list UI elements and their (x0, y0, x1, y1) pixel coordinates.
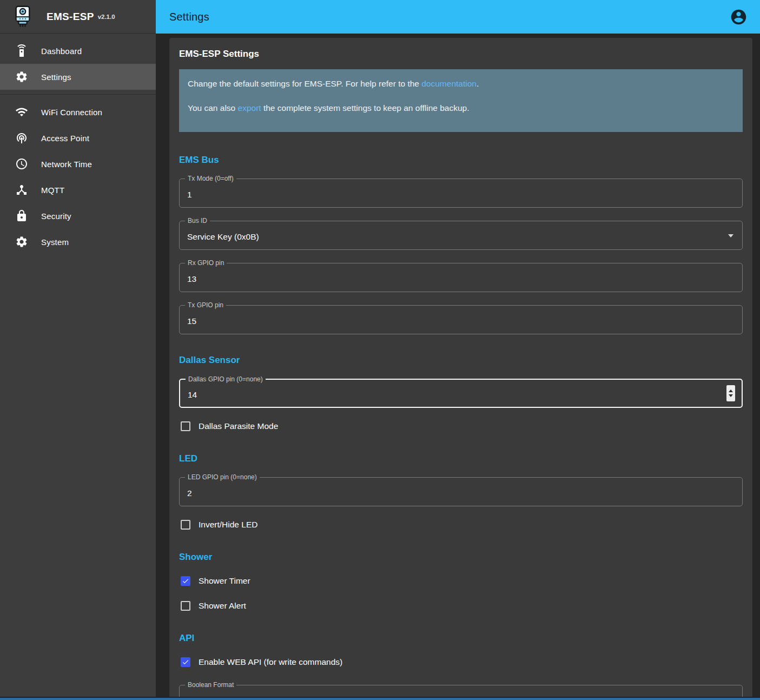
checkbox-label: Enable WEB API (for write commands) (199, 657, 342, 667)
sidebar-item-label: MQTT (41, 186, 64, 195)
sidebar-item-label: Dashboard (41, 47, 82, 56)
page-title: Settings (169, 11, 209, 23)
settings-card: EMS-ESP Settings Change the default sett… (169, 38, 752, 700)
sidebar-item-label: Security (41, 212, 71, 221)
sidebar-item-label: Settings (41, 72, 71, 82)
export-link[interactable]: export (238, 103, 261, 113)
led-gpio-input[interactable]: LED GPIO pin (0=none) 2 (179, 477, 743, 506)
sidebar-item-settings[interactable]: Settings (0, 64, 156, 90)
field-label: Tx Mode (0=off) (185, 175, 236, 183)
checkbox-icon (181, 601, 190, 611)
tx-mode-input[interactable]: Tx Mode (0=off) 1 (179, 179, 743, 208)
brand-version: v2.1.0 (98, 14, 115, 20)
section-title-dallas-sensor: Dallas Sensor (179, 355, 743, 366)
checkbox-icon (181, 520, 190, 530)
dropdown-arrow-icon (728, 234, 733, 237)
lock-icon (15, 209, 28, 222)
invert-led-checkbox-row[interactable]: Invert/Hide LED (179, 518, 743, 531)
checkbox-label: Shower Timer (199, 576, 250, 586)
wifi-icon (15, 105, 28, 118)
info-line-1: Change the default settings for EMS-ESP.… (188, 78, 734, 90)
sidebar-divider (0, 94, 156, 95)
sidebar-item-system[interactable]: System (0, 229, 156, 255)
checkbox-label: Invert/Hide LED (199, 520, 257, 530)
sidebar-item-mqtt[interactable]: MQTT (0, 177, 156, 203)
brand-header: EMS-ESP v2.1.0 (0, 0, 156, 34)
sidebar-item-label: System (41, 237, 69, 247)
checkbox-icon (181, 657, 190, 667)
tx-gpio-input[interactable]: Tx GPIO pin 15 (179, 305, 743, 334)
info-line-2: You can also export the complete system … (188, 103, 734, 114)
field-label: Dallas GPIO pin (0=none) (186, 375, 266, 384)
documentation-link[interactable]: documentation (421, 79, 477, 88)
checkbox-label: Dallas Parasite Mode (199, 421, 278, 431)
sidebar: EMS-ESP v2.1.0 Dashboard Settings WiFi C… (0, 0, 156, 700)
brand-name: EMS-ESP (47, 11, 94, 23)
sidebar-item-label: Access Point (41, 134, 89, 143)
field-value: 2 (187, 488, 192, 498)
card-title: EMS-ESP Settings (179, 49, 743, 60)
checkbox-icon (181, 421, 190, 431)
info-text: . (477, 79, 479, 88)
checkbox-label: Shower Alert (199, 601, 246, 611)
info-box: Change the default settings for EMS-ESP.… (179, 69, 743, 132)
field-value: 15 (187, 316, 196, 326)
account-circle-icon[interactable] (729, 7, 748, 27)
section-title-led: LED (179, 453, 743, 464)
field-label: Boolean Format (185, 681, 236, 689)
rx-gpio-input[interactable]: Rx GPIO pin 13 (179, 263, 743, 292)
field-label: Rx GPIO pin (185, 259, 227, 267)
field-label: Bus ID (185, 217, 210, 225)
shower-alert-checkbox-row[interactable]: Shower Alert (179, 599, 743, 612)
boiler-icon (12, 4, 34, 29)
field-value: 13 (187, 274, 196, 284)
sidebar-item-wifi-connection[interactable]: WiFi Connection (0, 99, 156, 125)
sidebar-item-label: WiFi Connection (41, 108, 102, 117)
clock-icon (15, 157, 28, 170)
remote-icon (15, 44, 28, 57)
appbar: Settings (156, 0, 760, 34)
sidebar-nav: Dashboard Settings WiFi Connection Acces… (0, 34, 156, 255)
section-title-ems-bus: EMS Bus (179, 155, 743, 166)
info-text: the complete system settings to keep an … (261, 103, 470, 113)
bottom-strip (0, 697, 760, 700)
gear-icon (15, 235, 28, 248)
field-value: 14 (188, 390, 197, 400)
main-content: EMS-ESP Settings Change the default sett… (156, 34, 760, 700)
checkbox-icon (181, 576, 190, 586)
wifi-tethering-icon (15, 131, 28, 144)
field-label: Tx GPIO pin (185, 301, 226, 309)
number-spinner[interactable] (726, 385, 735, 401)
field-label: LED GPIO pin (0=none) (185, 473, 260, 481)
gear-icon (15, 70, 28, 83)
section-title-api: API (179, 633, 743, 644)
sidebar-item-network-time[interactable]: Network Time (0, 151, 156, 177)
shower-timer-checkbox-row[interactable]: Shower Timer (179, 574, 743, 587)
sidebar-item-access-point[interactable]: Access Point (0, 125, 156, 151)
spinner-down-icon[interactable] (729, 394, 733, 397)
info-text: Change the default settings for EMS-ESP.… (188, 79, 421, 88)
field-value: 1 (187, 190, 192, 200)
spinner-up-icon[interactable] (729, 389, 733, 392)
bus-id-select[interactable]: Bus ID Service Key (0x0B) (179, 221, 743, 250)
sidebar-item-label: Network Time (41, 160, 92, 169)
dallas-parasite-checkbox-row[interactable]: Dallas Parasite Mode (179, 420, 743, 433)
device-hub-icon (15, 183, 28, 196)
enable-web-api-checkbox-row[interactable]: Enable WEB API (for write commands) (179, 656, 743, 669)
sidebar-item-security[interactable]: Security (0, 203, 156, 229)
info-text: You can also (188, 103, 238, 113)
section-title-shower: Shower (179, 552, 743, 563)
dallas-gpio-input[interactable]: Dallas GPIO pin (0=none) 14 (179, 379, 743, 408)
sidebar-item-dashboard[interactable]: Dashboard (0, 38, 156, 64)
field-value: Service Key (0x0B) (187, 232, 259, 242)
